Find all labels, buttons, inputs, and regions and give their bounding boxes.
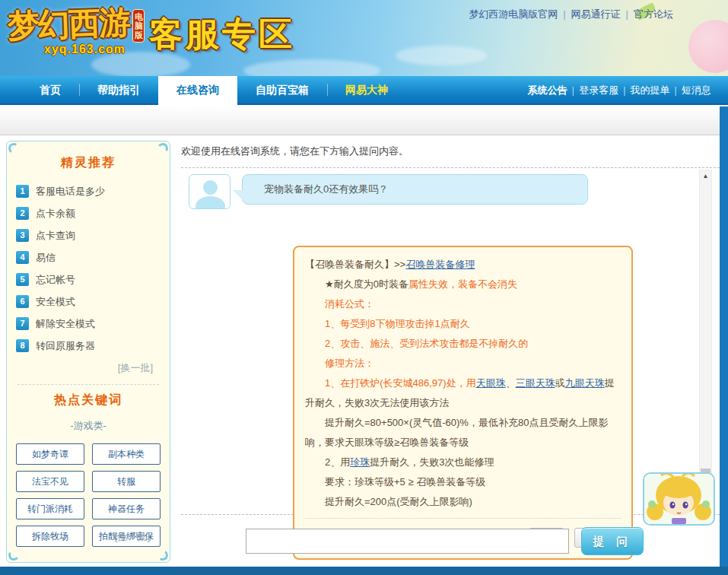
reply-bubble: 【召唤兽装备耐久】>>召唤兽装备修理 ★耐久度为0时装备属性失效，装备不会消失 …: [293, 246, 633, 560]
item-number-badge: 3: [16, 229, 29, 242]
corner-ornament: [157, 549, 169, 561]
keyword-button-school-change-cost[interactable]: 转门派消耗: [16, 498, 84, 519]
bubble-tail: [233, 190, 243, 201]
tab-online-consult[interactable]: 在线咨询: [158, 76, 237, 106]
nav-right-links: 系统公告|登录客服|我的提单|短消息: [528, 76, 711, 105]
cloud-decoration: [243, 59, 380, 76]
keyword-button-server-transfer[interactable]: 转服: [92, 471, 161, 492]
sidebar-item-card-balance[interactable]: 2 点卡余额: [16, 202, 161, 224]
sidebar: 精灵推荐 1 客服电话是多少 2 点卡余额 3 点卡查询 4 易信 5 忘记帐号: [6, 141, 170, 563]
assistant-avatar-image: [644, 474, 714, 524]
scroll-up-icon[interactable]: ▲: [700, 170, 711, 183]
tab-self-service[interactable]: 自助百宝箱: [237, 76, 327, 105]
reply-text-highlight: 1、每受到8下物理攻击掉1点耐久: [325, 318, 470, 329]
top-link-official[interactable]: 梦幻西游电脑版官网: [469, 8, 558, 20]
item-label: 转回原服务器: [36, 339, 95, 353]
divider: |: [563, 8, 565, 20]
keyword-button-lost-fabao[interactable]: 法宝不见: [16, 471, 84, 492]
link-my-tickets[interactable]: 我的提单: [631, 84, 670, 96]
welcome-text: 欢迎使用在线咨询系统，请您在下方输入提问内容。: [181, 141, 720, 158]
user-avatar: [189, 174, 230, 209]
link-short-messages[interactable]: 短消息: [682, 84, 711, 96]
item-number-badge: 2: [16, 207, 29, 220]
logo-text: 梦幻西游: [7, 1, 130, 48]
main-nav: 首页 帮助指引 在线咨询 自助百宝箱 网易大神 系统公告|登录客服|我的提单|短…: [0, 76, 728, 105]
avatar-head: [203, 180, 218, 195]
ask-row: 提 问: [181, 529, 720, 559]
corner-ornament: [8, 549, 20, 561]
ask-button[interactable]: 提 问: [581, 527, 644, 555]
reply-topic-link[interactable]: 召唤兽装备修理: [405, 259, 475, 270]
sidebar-item-return-server[interactable]: 8 转回原服务器: [16, 335, 161, 357]
corner-ornament: [157, 142, 169, 154]
sidebar-item-safe-mode[interactable]: 6 安全模式: [16, 291, 161, 313]
top-link-passport[interactable]: 网易通行证: [571, 8, 621, 20]
top-links: 梦幻西游电脑版官网|网易通行证|官方论坛: [469, 8, 673, 21]
divider: |: [572, 84, 574, 96]
recommend-title: 精灵推荐: [16, 155, 161, 171]
item-label: 忘记帐号: [36, 273, 75, 287]
reply-text: 要求：珍珠等级+5 ≥ 召唤兽装备等级: [325, 476, 485, 488]
sidebar-item-forgot-account[interactable]: 5 忘记帐号: [16, 268, 161, 291]
reply-text-highlight: 2、攻击、施法、受到法术攻击都是不掉耐久的: [325, 338, 528, 349]
sub-header-strip: [0, 106, 728, 135]
link-system-announcement[interactable]: 系统公告: [528, 84, 567, 96]
nav-tabs: 首页 帮助指引 在线咨询 自助百宝箱 网易大神: [21, 76, 406, 105]
divider: |: [626, 8, 628, 20]
item-label: 解除安全模式: [36, 317, 95, 331]
page: 梦幻西游 电脑版 xyq.163.com 客服专区 梦幻西游电脑版官网|网易通行…: [0, 0, 728, 575]
sidebar-item-hotline[interactable]: 1 客服电话是多少: [16, 180, 161, 202]
chat-scrollbar[interactable]: ▲ ▼: [699, 170, 712, 504]
divider: [305, 518, 621, 519]
main-content: 欢迎使用在线咨询系统，请您在下方输入提问内容。 ▲ ▼ 宠物装备耐久0还有效果吗…: [181, 141, 720, 567]
item-number-badge: 4: [16, 251, 29, 264]
keyword-button-remove-ranch[interactable]: 拆除牧场: [16, 526, 84, 547]
reply-text: 或: [555, 377, 565, 389]
user-message-bubble: 宠物装备耐久0还有效果吗？: [242, 174, 588, 205]
reply-text: 提升耐久=80+500×(灵气值-60)%，最低补充80点且受耐久上限影响，要求…: [305, 417, 608, 448]
cloud-decoration: [396, 46, 487, 65]
item-label: 客服电话是多少: [36, 185, 105, 199]
item-label: 点卡查询: [36, 229, 75, 243]
question-input[interactable]: [246, 529, 569, 554]
sidebar-item-card-query[interactable]: 3 点卡查询: [16, 224, 161, 246]
reply-text: 、: [506, 377, 516, 389]
item-link-zhenzhu[interactable]: 珍珠: [350, 456, 370, 468]
keywords-refresh-link[interactable]: [换一批]: [115, 530, 150, 544]
item-label: 易信: [36, 251, 56, 265]
item-number-badge: 6: [16, 295, 29, 308]
header-banner: 梦幻西游 电脑版 xyq.163.com 客服专区 梦幻西游电脑版官网|网易通行…: [0, 0, 728, 76]
tab-home[interactable]: 首页: [21, 76, 79, 105]
reply-text-highlight: 属性失效，装备不会消失: [409, 278, 517, 290]
reply-text: 提升耐久，失败3次也能修理: [370, 456, 494, 468]
reply-text-highlight: 修理方法：: [325, 357, 374, 369]
tab-netease-dashen[interactable]: 网易大神: [327, 76, 406, 105]
logo-pc-badge: 电脑版: [132, 9, 145, 43]
item-number-badge: 5: [16, 273, 29, 286]
reply-text: 提升耐久=200点(受耐久上限影响): [325, 496, 472, 507]
hot-keywords-title: 热点关键词: [16, 392, 161, 408]
divider: [17, 384, 159, 385]
site-logo[interactable]: 梦幻西游 电脑版: [8, 3, 145, 46]
keyword-button-artifact-quest[interactable]: 神器任务: [92, 498, 161, 519]
reply-text-highlight: 1、在打铁炉(长安城486,97)处，用: [325, 377, 476, 389]
link-login-service[interactable]: 登录客服: [579, 84, 618, 96]
sidebar-item-remove-safe-mode[interactable]: 7 解除安全模式: [16, 313, 161, 335]
keyword-button-dungeon-types[interactable]: 副本种类: [92, 443, 161, 465]
tab-help-guide[interactable]: 帮助指引: [79, 76, 158, 105]
item-link-sanyan-tianzhu[interactable]: 三眼天珠: [516, 377, 555, 389]
reply-text: ★耐久度为0时装备: [325, 278, 409, 290]
keyword-button-rumengqitan[interactable]: 如梦奇谭: [16, 443, 84, 465]
item-label: 点卡余额: [36, 207, 75, 221]
item-number-badge: 7: [16, 317, 29, 330]
recommend-list: 1 客服电话是多少 2 点卡余额 3 点卡查询 4 易信 5 忘记帐号 6 安全…: [16, 180, 161, 357]
user-message-text: 宠物装备耐久0还有效果吗？: [264, 183, 388, 195]
recommend-refresh-link[interactable]: [换一批]: [16, 361, 153, 375]
corner-ornament: [8, 142, 20, 154]
divider: |: [623, 84, 625, 96]
item-link-tianyanzhu[interactable]: 天眼珠: [476, 377, 506, 389]
sidebar-item-yixin[interactable]: 4 易信: [16, 246, 161, 268]
item-link-jiuyan-tianzhu[interactable]: 九眼天珠: [565, 377, 605, 389]
logo-url: xyq.163.com: [44, 43, 126, 56]
top-link-forum[interactable]: 官方论坛: [634, 8, 673, 20]
